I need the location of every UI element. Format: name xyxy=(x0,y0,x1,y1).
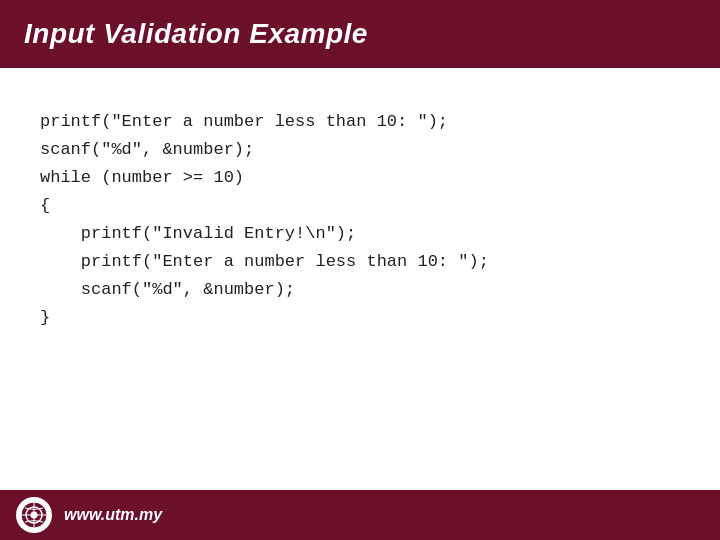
footer-logo xyxy=(16,497,52,533)
header-bar: Input Validation Example xyxy=(0,0,720,68)
page-title: Input Validation Example xyxy=(24,18,368,50)
content-area: printf("Enter a number less than 10: ");… xyxy=(0,68,720,352)
footer-bar: www.utm.my xyxy=(0,490,720,540)
footer-url: www.utm.my xyxy=(64,506,162,524)
code-block: printf("Enter a number less than 10: ");… xyxy=(40,108,680,332)
